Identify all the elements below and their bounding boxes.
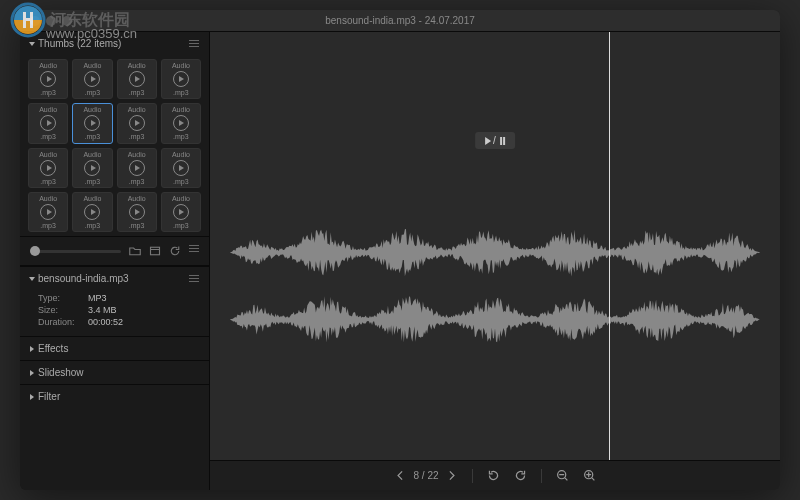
- waveform-left: [230, 225, 760, 280]
- thumb-item[interactable]: Audio.mp3: [28, 103, 68, 143]
- chevron-down-icon: [29, 277, 35, 281]
- thumb-item[interactable]: Audio.mp3: [72, 148, 112, 188]
- thumb-item[interactable]: Audio.mp3: [161, 59, 201, 99]
- thumb-item[interactable]: Audio.mp3: [161, 103, 201, 143]
- waveform-right: [230, 292, 760, 347]
- play-icon: [40, 204, 56, 220]
- play-icon: [40, 115, 56, 131]
- watermark-url: www.pc0359.cn: [46, 26, 137, 41]
- thumb-item[interactable]: Audio.mp3: [72, 103, 112, 143]
- info-row: Type:MP3: [38, 292, 199, 304]
- zoom-out-icon[interactable]: [556, 469, 569, 482]
- info-rows: Type:MP3Size:3.4 MBDuration:00:00:52: [20, 290, 209, 336]
- refresh-icon[interactable]: [169, 245, 181, 257]
- open-icon[interactable]: [149, 245, 161, 257]
- play-icon: [84, 204, 100, 220]
- thumb-item[interactable]: Audio.mp3: [72, 192, 112, 232]
- slider-knob[interactable]: [30, 246, 40, 256]
- play-icon: [40, 71, 56, 87]
- play-icon: [129, 115, 145, 131]
- effects-label: Effects: [38, 343, 68, 354]
- window-title: bensound-india.mp3 - 24.07.2017: [20, 15, 780, 26]
- play-icon: [129, 160, 145, 176]
- slideshow-panel-header[interactable]: Slideshow: [20, 360, 209, 384]
- svg-rect-4: [151, 247, 160, 255]
- filter-label: Filter: [38, 391, 60, 402]
- play-icon: [84, 160, 100, 176]
- play-icon: [129, 204, 145, 220]
- thumb-item[interactable]: Audio.mp3: [117, 148, 157, 188]
- app-window: bensound-india.mp3 - 24.07.2017 Thumbs (…: [20, 10, 780, 490]
- zoom-in-icon[interactable]: [583, 469, 596, 482]
- rotate-left-icon[interactable]: [487, 469, 500, 482]
- panel-menu-icon[interactable]: [189, 40, 199, 47]
- chevron-right-icon: [30, 370, 34, 376]
- play-icon: [129, 71, 145, 87]
- play-icon: [173, 71, 189, 87]
- thumb-item[interactable]: Audio.mp3: [117, 192, 157, 232]
- thumb-item[interactable]: Audio.mp3: [117, 59, 157, 99]
- chevron-right-icon: [30, 346, 34, 352]
- rotate-right-icon[interactable]: [514, 469, 527, 482]
- watermark-logo: [10, 2, 46, 38]
- waveform-area[interactable]: [210, 32, 780, 460]
- chevron-down-icon: [29, 42, 35, 46]
- thumbs-grid: Audio.mp3Audio.mp3Audio.mp3Audio.mp3Audi…: [20, 55, 209, 236]
- effects-panel-header[interactable]: Effects: [20, 336, 209, 360]
- next-button[interactable]: [445, 469, 458, 482]
- chevron-right-icon: [30, 394, 34, 400]
- play-icon: [84, 115, 100, 131]
- play-icon: [84, 71, 100, 87]
- bottom-toolbar: 8 / 22: [210, 460, 780, 490]
- page-indicator: 8 / 22: [413, 470, 438, 481]
- info-filename: bensound-india.mp3: [38, 273, 129, 284]
- svg-rect-3: [23, 18, 33, 21]
- separator: [472, 469, 473, 483]
- play-icon: [173, 204, 189, 220]
- thumb-item[interactable]: Audio.mp3: [28, 148, 68, 188]
- thumb-item[interactable]: Audio.mp3: [161, 148, 201, 188]
- list-icon[interactable]: [189, 245, 199, 257]
- filter-panel-header[interactable]: Filter: [20, 384, 209, 408]
- play-icon: [173, 115, 189, 131]
- separator: [541, 469, 542, 483]
- thumb-item[interactable]: Audio.mp3: [28, 192, 68, 232]
- folder-icon[interactable]: [129, 245, 141, 257]
- info-row: Size:3.4 MB: [38, 304, 199, 316]
- info-panel-header[interactable]: bensound-india.mp3: [20, 266, 209, 290]
- thumb-item[interactable]: Audio.mp3: [161, 192, 201, 232]
- playhead[interactable]: [609, 32, 610, 460]
- thumb-item[interactable]: Audio.mp3: [72, 59, 112, 99]
- thumb-item[interactable]: Audio.mp3: [28, 59, 68, 99]
- thumb-item[interactable]: Audio.mp3: [117, 103, 157, 143]
- sidebar: Thumbs (22 items) Audio.mp3Audio.mp3Audi…: [20, 32, 210, 490]
- slideshow-label: Slideshow: [38, 367, 84, 378]
- play-icon: [40, 160, 56, 176]
- thumbnail-size-row: [20, 236, 209, 266]
- prev-button[interactable]: [394, 469, 407, 482]
- info-row: Duration:00:00:52: [38, 316, 199, 328]
- panel-menu-icon[interactable]: [189, 275, 199, 282]
- main-viewer: / 8 / 22: [210, 32, 780, 490]
- play-icon: [173, 160, 189, 176]
- thumbnail-size-slider[interactable]: [30, 250, 121, 253]
